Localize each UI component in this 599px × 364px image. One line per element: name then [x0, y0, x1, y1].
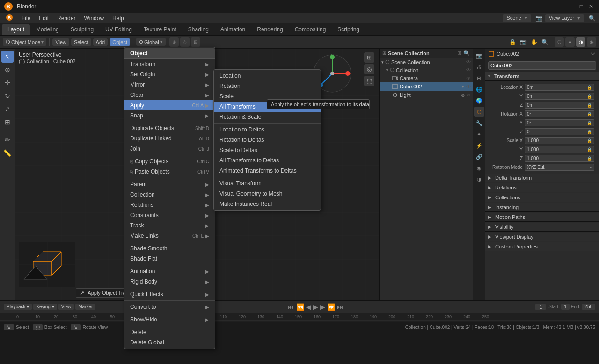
world-props-icon[interactable]: 🌎 [474, 95, 484, 106]
ctx-paste-objects[interactable]: ⎗ Paste Objects Ctrl V [124, 167, 215, 177]
particles-props-icon[interactable]: ✦ [474, 129, 484, 139]
menu-render[interactable]: Render [53, 14, 79, 22]
ctx-set-origin[interactable]: Set Origin ▶ [124, 69, 215, 80]
ctx-convert-to[interactable]: Convert to ▶ [124, 302, 215, 312]
apply-all-transforms-deltas[interactable]: All Transforms to Deltas [214, 155, 321, 166]
ctx-collection[interactable]: Collection ▶ [124, 189, 215, 200]
object-menu-btn[interactable]: Object [110, 38, 130, 46]
render-icon[interactable]: 📷 [534, 13, 544, 23]
view-layer-props-icon[interactable]: ⊞ [474, 73, 484, 83]
cube-constraints-icon[interactable]: ✦ [461, 84, 465, 89]
rotation-x-value[interactable]: 0° 🔒 [525, 110, 594, 117]
ctx-delete[interactable]: Delete [124, 327, 215, 337]
ctx-clear[interactable]: Clear ▶ [124, 90, 215, 100]
move-tool-icon[interactable]: ✛ [1, 77, 14, 89]
collection-eye-icon[interactable]: 👁 [466, 67, 471, 73]
menu-file[interactable]: File [18, 14, 34, 22]
ctx-transform[interactable]: Transform ▶ [124, 59, 215, 69]
instancing-section-header[interactable]: ▶ Instancing [485, 203, 599, 212]
hand-icon[interactable]: ✋ [529, 37, 539, 47]
ctx-constraints[interactable]: Constraints ▶ [124, 210, 215, 220]
ctx-copy-objects[interactable]: ⎘ Copy Objects Ctrl C [124, 156, 215, 167]
tab-texture-paint[interactable]: Texture Paint [138, 24, 182, 35]
play-btn[interactable]: ▶ [313, 303, 318, 311]
custom-properties-section-header[interactable]: ▶ Custom Properties [485, 242, 599, 251]
ctx-parent[interactable]: Parent ▶ [124, 179, 215, 189]
outliner-scene-collection[interactable]: ▾ ⬡ Scene Collection 👁 [380, 58, 473, 66]
ctx-show-hide[interactable]: Show/Hide ▶ [124, 314, 215, 325]
outliner-camera[interactable]: Camera 👁 [380, 74, 473, 82]
ctx-quick-effects[interactable]: Quick Effects ▶ [124, 289, 215, 299]
material-icon[interactable]: ◑ [576, 37, 585, 47]
scene-props-icon[interactable]: 🌐 [474, 84, 484, 95]
view-menu-btn[interactable]: View [52, 38, 69, 46]
prev-keyframe-btn[interactable]: ⏪ [296, 303, 304, 311]
outliner-collection[interactable]: ▾ ⬡ Collection 👁 [380, 66, 473, 74]
scene-selector[interactable]: Scene ▾ [503, 14, 531, 22]
scale-x-value[interactable]: 1.000 🔒 [525, 137, 594, 144]
location-y-value[interactable]: 0m 🔒 [525, 93, 594, 100]
scale-y-value[interactable]: 1.000 🔒 [525, 146, 594, 153]
ctx-relations[interactable]: Relations ▶ [124, 200, 215, 210]
outliner-light[interactable]: Light ⊕ 👁 [380, 91, 473, 99]
view-layer-selector[interactable]: View Layer ▾ [545, 14, 584, 22]
marker-menu-btn[interactable]: Marker [75, 304, 95, 310]
maximize-btn[interactable]: □ [580, 3, 583, 10]
viewport-display-section-header[interactable]: ▶ Viewport Display [485, 233, 599, 241]
snap-icon[interactable]: ⊕ [169, 37, 179, 47]
rotation-mode-value[interactable]: XYZ Eul. ▾ [525, 164, 594, 171]
keying-menu-btn[interactable]: Keying ▾ [33, 304, 57, 310]
ctx-delete-global[interactable]: Delete Global [124, 337, 215, 348]
transform-tool-icon[interactable]: ⊞ [1, 116, 14, 128]
ctx-snap[interactable]: Snap ▶ [124, 110, 215, 121]
ctx-join[interactable]: Join Ctrl J [124, 144, 215, 154]
material-props-icon[interactable]: ◑ [474, 174, 484, 184]
current-frame-display[interactable]: 1 [535, 304, 546, 310]
search-icon[interactable]: 🔍 [587, 13, 597, 23]
end-frame-input[interactable]: 250 [582, 304, 595, 310]
minimize-btn[interactable]: — [569, 3, 574, 10]
delta-transform-section-header[interactable]: ▶ Delta Transform [485, 174, 599, 182]
next-keyframe-btn[interactable]: ⏩ [327, 303, 335, 311]
modifier-props-icon[interactable]: 🔧 [474, 118, 484, 128]
output-props-icon[interactable]: 🖨 [474, 62, 484, 72]
camera-eye-icon[interactable]: 👁 [466, 76, 471, 81]
zoom-icon[interactable]: 🔍 [540, 37, 549, 47]
grid-overlay-icon[interactable]: ⊞ [364, 52, 374, 63]
tab-scripting[interactable]: Scripting [332, 24, 365, 35]
rendered-icon[interactable]: ◉ [587, 37, 596, 47]
overlays-icon[interactable]: ◎ [364, 64, 374, 74]
rotation-z-value[interactable]: 0° 🔒 [525, 128, 594, 135]
overlay-icon[interactable]: ⊞ [191, 37, 200, 47]
playback-menu-btn[interactable]: Playback ▾ [4, 304, 32, 310]
collections-section-header[interactable]: ▶ Collections [485, 193, 599, 202]
ctx-make-links[interactable]: Make Links Ctrl L ▶ [124, 231, 215, 241]
scene-collection-eye-icon[interactable]: 👁 [466, 59, 471, 65]
menu-edit[interactable]: Edit [35, 14, 52, 22]
outliner-cube002[interactable]: Cube.002 ✦ 👁 [380, 82, 473, 91]
data-props-icon[interactable]: ◉ [474, 163, 484, 173]
xray-icon[interactable]: ⬚ [364, 76, 374, 86]
tab-animation[interactable]: Animation [215, 24, 251, 35]
measure-tool-icon[interactable]: 📏 [1, 147, 14, 159]
rotation-y-value[interactable]: 0° 🔒 [525, 119, 594, 126]
apply-make-instances-real[interactable]: Make Instances Real [214, 199, 321, 209]
light-eye-icon[interactable]: 👁 [466, 93, 471, 98]
tab-rendering[interactable]: Rendering [251, 24, 288, 35]
ctx-shade-flat[interactable]: Shade Flat [124, 254, 215, 264]
apply-rotation-scale[interactable]: Rotation & Scale [214, 112, 321, 122]
apply-rotation-deltas[interactable]: Rotation to Deltas [214, 135, 321, 145]
motion-paths-section-header[interactable]: ▶ Motion Paths [485, 213, 599, 222]
jump-start-btn[interactable]: ⏮ [288, 303, 294, 311]
constraints-props-icon[interactable]: 🔗 [474, 152, 484, 162]
select-menu-btn[interactable]: Select [71, 38, 91, 46]
object-props-icon[interactable]: ⬡ [474, 107, 484, 117]
scale-z-value[interactable]: 1.000 🔒 [525, 155, 594, 162]
tab-layout[interactable]: Layout [2, 24, 30, 35]
object-name-input[interactable] [488, 61, 596, 70]
apply-animated-transforms-deltas[interactable]: Animated Transforms to Deltas [214, 166, 321, 176]
menu-window[interactable]: Window [80, 14, 108, 22]
visibility-section-header[interactable]: ▶ Visibility [485, 223, 599, 232]
camera-icon[interactable]: 📷 [519, 37, 528, 47]
transform-space-selector[interactable]: ⊕ Global ▾ [136, 38, 166, 46]
